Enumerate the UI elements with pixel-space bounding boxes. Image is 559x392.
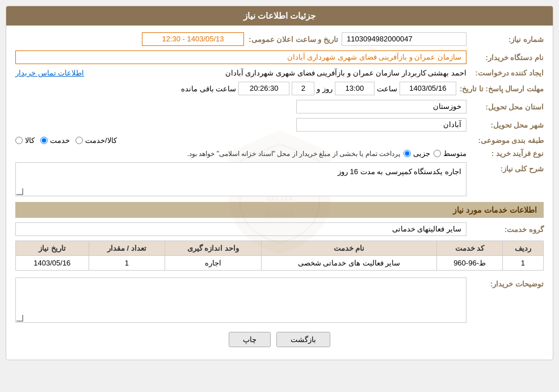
- sharh-resize: [16, 188, 23, 195]
- ettelaat-link[interactable]: اطلاعات تماس خریدار: [15, 69, 84, 77]
- tawzih-section: توضیحات خریدار:: [15, 277, 544, 323]
- shomareNiaz-label: شماره نیاز:: [470, 35, 544, 44]
- tabaqe-row: طبقه بندی موضوعی: کالا/خدمت خدمت کالا: [15, 136, 544, 145]
- col-radif: ردیف: [502, 241, 543, 256]
- khadamat-section-header: اطلاعات خدمات مورد نیاز: [15, 202, 544, 218]
- tarikh-value: 1403/05/13 - 12:30: [142, 32, 244, 46]
- tabaqe-label: طبقه بندی موضوعی:: [470, 136, 544, 145]
- farayand-jozi-label: جزیی: [413, 149, 430, 158]
- ijadKonande-value: احمد بهشتی کاربردار سازمان عمران و بازآف…: [86, 69, 466, 77]
- farayand-motavasset-radio[interactable]: [434, 150, 441, 157]
- cell-namKhadamat: سایر فعالیت های خدماتی شخصی: [261, 256, 436, 271]
- col-tedad: تعداد / مقدار: [89, 241, 165, 256]
- farayand-radiogroup: متوسط جزیی پرداخت تمام یا بخشی از مبلغ خ…: [15, 149, 466, 158]
- groheKhadamat-value: سایر فعالیتهای خدماتی: [15, 222, 466, 236]
- ijad-row: ایجاد کننده درخواست: احمد بهشتی کاربردار…: [15, 69, 544, 77]
- cell-kodKhadamat: ط-96-960: [437, 256, 503, 271]
- tabaqe-kala-khadamat-label: کالا/خدمت: [85, 136, 117, 145]
- ostan-label: استان محل تحویل:: [470, 103, 544, 111]
- ersal-roz: 2: [292, 82, 314, 95]
- ersal-saat: 13:00: [335, 82, 375, 95]
- cell-tedad: 1: [89, 256, 165, 271]
- farayand-motavasset-item[interactable]: متوسط: [434, 149, 466, 158]
- button-row: بازگشت چاپ: [15, 332, 544, 353]
- shahr-row: شهر محل تحویل: آبادان: [15, 118, 544, 132]
- sharh-section: شرح کلی نیاز: اجاره یکدستگاه کمپرسی به م…: [15, 162, 544, 196]
- tabaqe-khadamat-item[interactable]: خدمت: [40, 136, 70, 145]
- ersal-date: 1403/05/16: [400, 82, 456, 95]
- farayand-motavasset-label: متوسط: [443, 149, 466, 158]
- mande-label: ساعت باقی مانده: [181, 85, 236, 93]
- tawzih-value: [15, 277, 466, 323]
- ersal-saat-label: ساعت: [377, 85, 397, 93]
- table-row: 1ط-96-960سایر فعالیت های خدماتی شخصیاجار…: [16, 256, 544, 271]
- tawzih-label: توضیحات خریدار:: [470, 277, 544, 288]
- tawzih-resize: [16, 315, 23, 322]
- cell-tarikh: 1403/05/16: [16, 256, 89, 271]
- tarikh-label: تاریخ و ساعت اعلان عمومی:: [247, 35, 338, 44]
- services-table: ردیف کد خدمت نام خدمت واحد اندازه گیری ت…: [15, 241, 544, 271]
- shomareNiaz-value: 1103094982000047: [342, 32, 466, 46]
- shahr-value: آبادان: [296, 118, 466, 132]
- col-tarikh: تاریخ نیاز: [16, 241, 89, 256]
- farayand-text: پرداخت تمام یا بخشی از مبلغ خریدار از مح…: [187, 150, 400, 158]
- namDastgah-value: سازمان عمران و بازآفرینی فضای شهری شهردا…: [15, 50, 466, 64]
- sharh-label: شرح کلی نیاز:: [470, 162, 544, 173]
- tabaqe-radiogroup: کالا/خدمت خدمت کالا: [15, 136, 466, 145]
- tabaqe-kala-khadamat-item[interactable]: کالا/خدمت: [75, 136, 117, 145]
- ostan-row: استان محل تحویل: خوزستان: [15, 100, 544, 113]
- back-button[interactable]: بازگشت: [276, 332, 330, 347]
- print-button[interactable]: چاپ: [229, 332, 271, 347]
- tabaqe-khadamat-radio[interactable]: [40, 137, 48, 144]
- mande-value: 20:26:30: [238, 82, 289, 95]
- niaz-row: شماره نیاز: 1103094982000047 تاریخ و ساع…: [15, 32, 544, 46]
- farayand-jozi-item[interactable]: جزیی: [404, 149, 430, 158]
- ostan-value: خوزستان: [296, 100, 466, 113]
- tabaqe-kala-item[interactable]: کالا: [15, 136, 35, 145]
- farayand-label: نوع فرآیند خرید :: [470, 149, 544, 158]
- tabaqe-kala-label: کالا: [25, 136, 35, 145]
- dastgah-row: نام دستگاه خریدار: سازمان عمران و بازآفر…: [15, 50, 544, 64]
- col-kod: کد خدمت: [437, 241, 503, 256]
- groheKhadamat-label: گروه خدمت:: [470, 225, 544, 234]
- ersal-roz-label: روز و: [317, 85, 333, 93]
- cell-radif: 1: [502, 256, 543, 271]
- groheKhadamat-row: گروه خدمت: سایر فعالیتهای خدماتی: [15, 222, 544, 236]
- tabaqe-khadamat-label: خدمت: [50, 136, 70, 145]
- page-title: جزئیات اطلاعات نیاز: [6, 6, 553, 26]
- col-vahed: واحد اندازه گیری: [165, 241, 262, 256]
- shahr-label: شهر محل تحویل:: [470, 121, 544, 129]
- farayand-row: نوع فرآیند خرید : متوسط جزیی پرداخت تمام…: [15, 149, 544, 158]
- sharh-value: اجاره یکدستگاه کمپرسی به مدت 16 روز: [15, 162, 466, 196]
- tabaqe-kala-khadamat-radio[interactable]: [75, 137, 83, 144]
- tabaqe-kala-radio[interactable]: [15, 137, 23, 144]
- mohlatErsal-row: مهلت ارسال پاسخ: تا تاریخ: 1403/05/16 سا…: [15, 82, 544, 95]
- ijadKonande-label: ایجاد کننده درخواست:: [470, 69, 544, 77]
- namDastgah-label: نام دستگاه خریدار:: [470, 53, 544, 62]
- col-nam: نام خدمت: [261, 241, 436, 256]
- farayand-jozi-radio[interactable]: [404, 150, 411, 157]
- mohlatErsal-label: مهلت ارسال پاسخ: تا تاریخ:: [460, 85, 544, 93]
- cell-vahed: اجاره: [165, 256, 262, 271]
